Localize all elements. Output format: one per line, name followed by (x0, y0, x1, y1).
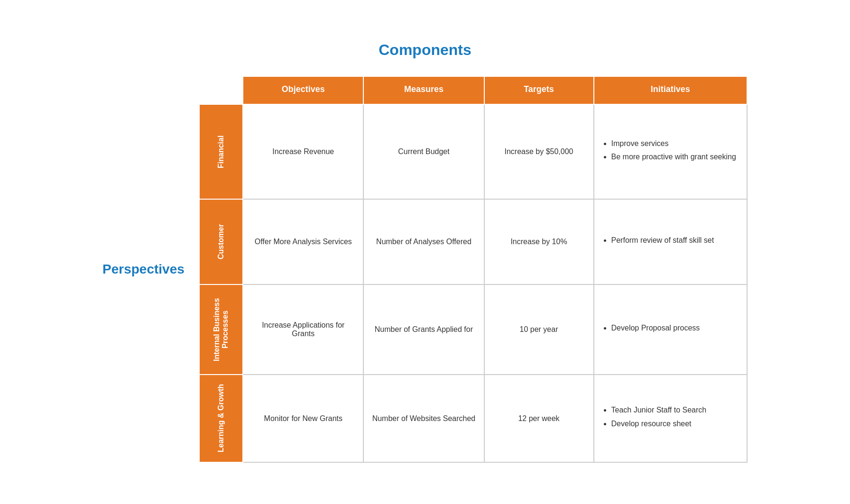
initiative-item: Improve services (611, 138, 739, 149)
header-initiatives: Initiatives (594, 76, 747, 104)
initiatives-internal: Develop Proposal process (594, 284, 747, 375)
measure-financial: Current Budget (363, 104, 484, 199)
objective-financial: Increase Revenue (243, 104, 363, 199)
header-objectives: Objectives (243, 76, 363, 104)
initiative-item: Develop Proposal process (611, 323, 739, 333)
page-title: Components (379, 41, 471, 59)
initiative-item: Teach Junior Staff to Search (611, 405, 739, 415)
perspective-internal: Internal Business Processes (199, 284, 243, 375)
header-perspective (199, 76, 243, 104)
initiative-item: Be more proactive with grant seeking (611, 152, 739, 162)
table-row-financial: FinancialIncrease RevenueCurrent BudgetI… (199, 104, 747, 199)
objective-customer: Offer More Analysis Services (243, 199, 363, 284)
measure-internal: Number of Grants Applied for (363, 284, 484, 375)
perspective-customer: Customer (199, 199, 243, 284)
table-container: Objectives Measures Targets Initiatives … (199, 76, 748, 463)
content-area: Perspectives Objectives Measures Targets (102, 76, 748, 463)
target-customer: Increase by 10% (484, 199, 594, 284)
table-row-customer: CustomerOffer More Analysis ServicesNumb… (199, 199, 747, 284)
header-measures: Measures (363, 76, 484, 104)
scorecard-table: Objectives Measures Targets Initiatives … (199, 76, 748, 463)
perspective-financial: Financial (199, 104, 243, 199)
initiatives-customer: Perform review of staff skill set (594, 199, 747, 284)
initiative-item: Perform review of staff skill set (611, 235, 739, 246)
target-learning: 12 per week (484, 375, 594, 462)
page-wrapper: Components Perspectives Objectives Measu… (93, 22, 757, 482)
measure-customer: Number of Analyses Offered (363, 199, 484, 284)
target-internal: 10 per year (484, 284, 594, 375)
initiatives-financial: Improve servicesBe more proactive with g… (594, 104, 747, 199)
perspective-learning: Learning & Growth (199, 375, 243, 462)
measure-learning: Number of Websites Searched (363, 375, 484, 462)
initiative-item: Develop resource sheet (611, 419, 739, 429)
initiatives-learning: Teach Junior Staff to SearchDevelop reso… (594, 375, 747, 462)
header-targets: Targets (484, 76, 594, 104)
perspectives-label: Perspectives (102, 262, 185, 277)
table-row-internal: Internal Business ProcessesIncrease Appl… (199, 284, 747, 375)
objective-internal: Increase Applications for Grants (243, 284, 363, 375)
header-row: Objectives Measures Targets Initiatives (199, 76, 747, 104)
table-row-learning: Learning & GrowthMonitor for New GrantsN… (199, 375, 747, 462)
objective-learning: Monitor for New Grants (243, 375, 363, 462)
target-financial: Increase by $50,000 (484, 104, 594, 199)
